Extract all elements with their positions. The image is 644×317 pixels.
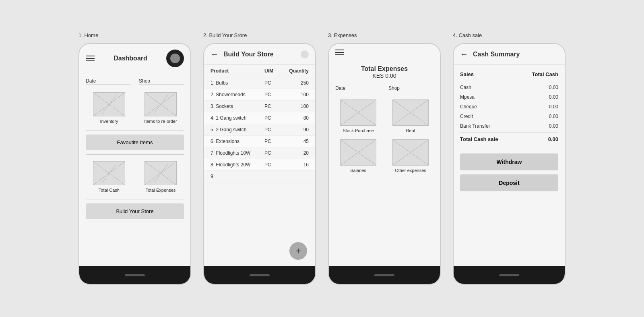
total-cash-label: Total Cash: [99, 188, 120, 193]
product-um: PC: [264, 162, 285, 168]
avatar-inner: [170, 54, 180, 63]
total-expenses-label: Total Expenses: [146, 188, 176, 193]
screen2-phone: ← Build Your Store Product U/M Quantity …: [203, 43, 316, 285]
product-qty: 20: [285, 150, 309, 156]
add-product-button[interactable]: +: [289, 242, 307, 260]
shop-label: Shop: [139, 78, 184, 85]
total-cash-item[interactable]: Total Cash: [86, 161, 132, 193]
reorder-img: [144, 92, 177, 116]
product-qty: 90: [285, 127, 309, 133]
rent-img: [392, 99, 429, 126]
expenses-date-label: Date: [335, 85, 380, 92]
expenses-shop-filter[interactable]: Shop: [388, 85, 433, 92]
col-product: Product: [211, 68, 264, 74]
product-qty: 80: [285, 115, 309, 121]
stock-purchase-label: Stock Purchase: [343, 128, 374, 133]
build-your-store-button-home[interactable]: Build Your Store: [86, 203, 184, 219]
divider1: [86, 130, 184, 131]
avatar[interactable]: [166, 50, 184, 67]
other-expenses-item[interactable]: Other expenses: [388, 139, 433, 173]
cash-row-bank: Bank Transfer 0.00: [460, 121, 558, 131]
salaries-label: Salaries: [350, 168, 366, 173]
screen3-wrapper: 3. Expenses Total Expenses KES 0.00 Date: [328, 32, 441, 285]
bank-transfer-value: 0.00: [549, 123, 558, 129]
home-indicator4: [499, 274, 519, 276]
stock-purchase-item[interactable]: Stock Purchase: [335, 99, 381, 133]
table-row[interactable]: 9.: [204, 171, 315, 182]
build-store-header: ← Build Your Store: [204, 44, 315, 65]
expenses-hamburger-icon[interactable]: [335, 50, 344, 55]
inventory-item[interactable]: Inventory: [86, 92, 132, 124]
product-um: PC: [264, 150, 285, 156]
product-name: 5. 2 Gang switch: [211, 127, 264, 133]
product-um: PC: [264, 115, 285, 121]
divider3: [86, 199, 184, 199]
credit-label: Credit: [460, 114, 473, 119]
table-row[interactable]: 6. Extensions PC 45: [204, 136, 315, 147]
table-row[interactable]: 7. Floodlights 10W PC 20: [204, 147, 315, 159]
rent-item[interactable]: Rent: [388, 99, 433, 133]
screen1-phone: Dashboard Date Shop Inv: [78, 43, 191, 285]
product-qty: 100: [285, 92, 309, 97]
screen2-wrapper: 2. Build Your Srore ← Build Your Store P…: [203, 32, 316, 285]
total-cash-sale-label: Total Cash sale: [460, 136, 498, 142]
other-expenses-img: [392, 139, 429, 166]
col-um: U/M: [264, 68, 285, 74]
table-row[interactable]: 4. 1 Gang switch PC 80: [204, 112, 315, 124]
back-arrow-icon[interactable]: ←: [211, 50, 219, 59]
product-um: PC: [264, 92, 285, 97]
screen3-label: 3. Expenses: [328, 32, 357, 38]
phone4-bottom-bar: [454, 266, 565, 284]
home-indicator1: [125, 274, 145, 276]
cash-row-value: 0.00: [549, 85, 558, 90]
mpesa-label: Mpesa: [460, 94, 475, 100]
col-quantity: Quantity: [285, 68, 309, 74]
deposit-button[interactable]: Deposit: [460, 174, 558, 191]
shop-filter[interactable]: Shop: [139, 78, 184, 85]
screen3-phone: Total Expenses KES 0.00 Date Shop Stock …: [328, 43, 441, 285]
product-qty: 45: [285, 139, 309, 144]
build-store-title: Build Your Store: [223, 51, 296, 58]
reorder-label: Items to re-order: [144, 119, 177, 124]
product-name: 7. Floodlights 10W: [211, 150, 264, 156]
withdraw-button[interactable]: Withdraw: [460, 153, 558, 170]
sales-col-header: Sales: [460, 71, 474, 77]
cash-row-cash: Cash 0.00: [460, 83, 558, 92]
table-row[interactable]: 2. Showerheads PC 100: [204, 89, 315, 101]
product-name: 2. Showerheads: [211, 92, 264, 97]
reorder-item[interactable]: Items to re-order: [137, 92, 184, 124]
favourite-items-button[interactable]: Favoutite Items: [86, 135, 184, 150]
table-row[interactable]: 3. Sockets PC 100: [204, 101, 315, 112]
product-qty: 250: [285, 80, 309, 86]
screen4-content: ← Cash Summary Sales Total Cash Cash 0.0…: [454, 44, 565, 266]
other-expenses-label: Other expenses: [395, 168, 426, 173]
home-grid-top: Inventory Items to re-order: [79, 87, 190, 128]
expenses-shop-label: Shop: [388, 85, 433, 92]
table-row[interactable]: 5. 2 Gang switch PC 90: [204, 124, 315, 136]
product-name: 9.: [211, 174, 264, 179]
screen4-label: 4. Cash sale: [453, 32, 482, 38]
total-expenses-item[interactable]: Total Expenses: [137, 161, 184, 193]
cash-summary-title: Cash Summary: [473, 51, 520, 58]
cash-row-label: Cash: [460, 85, 471, 90]
hamburger-icon[interactable]: [86, 56, 95, 61]
expenses-date-filter[interactable]: Date: [335, 85, 380, 92]
expenses-amount: KES 0.00: [335, 73, 433, 79]
cash-row-mpesa: Mpesa 0.00: [460, 92, 558, 102]
screen1-label: 1. Home: [78, 32, 98, 38]
total-cash-sale-value: 0.00: [548, 136, 558, 142]
screen4-wrapper: 4. Cash sale ← Cash Summary Sales Total …: [453, 32, 566, 285]
cheque-value: 0.00: [549, 104, 558, 110]
table-row[interactable]: 1. Bulbs PC 250: [204, 77, 315, 89]
table-row[interactable]: 8. Floodlights 20W PC 16: [204, 159, 315, 171]
inventory-label: Inventory: [100, 119, 118, 124]
cash-back-arrow-icon[interactable]: ←: [460, 50, 468, 59]
search-icon[interactable]: [301, 50, 309, 58]
screen1-wrapper: 1. Home Dashboard Date: [78, 32, 191, 285]
filter-row: Date Shop: [79, 73, 190, 87]
product-um: PC: [264, 139, 285, 144]
date-filter[interactable]: Date: [86, 78, 131, 85]
salaries-item[interactable]: Salaries: [335, 139, 381, 173]
expenses-grid: Stock Purchase Rent Salaries Other expen…: [329, 95, 440, 178]
expenses-filter-row: Date Shop: [329, 81, 440, 95]
